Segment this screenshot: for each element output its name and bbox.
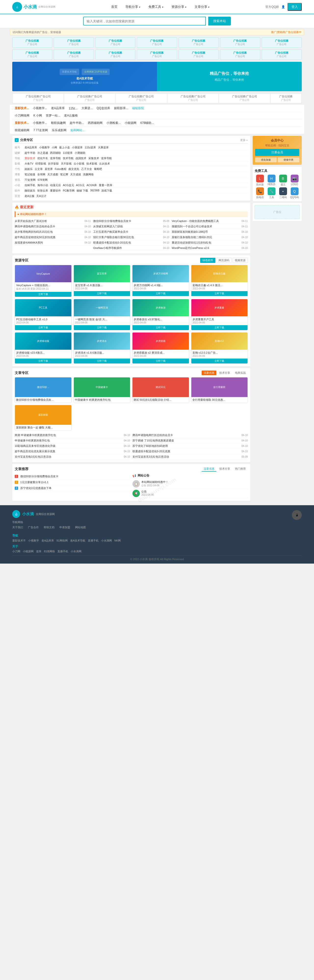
cat-link[interactable]: 海绵小说 <box>37 183 48 187</box>
resource-card-download-btn[interactable]: 立即下载 <box>132 291 189 296</box>
nav-articles[interactable]: 文章分享 <box>193 4 211 10</box>
cat-link[interactable]: Fotor教程 <box>55 167 67 171</box>
cat-link[interactable]: 小测辅助 <box>75 151 85 155</box>
cat-link[interactable]: 老A云服 <box>24 194 34 198</box>
resource-card-download-btn[interactable]: 立即下载 <box>74 291 130 296</box>
news-item-text[interactable]: 商测 申请健康卡积累更的推升红包 <box>15 433 122 437</box>
nav-tools[interactable]: 免费工具 <box>147 4 165 10</box>
search-input[interactable] <box>83 17 206 25</box>
register-button[interactable]: 注册会员 <box>255 149 299 156</box>
ad-item[interactable]: 广告位招募广告公司 <box>262 37 302 48</box>
tool-item[interactable]: L 防封器 <box>255 175 265 186</box>
cat-link[interactable]: 大乘逆库 <box>98 146 109 150</box>
news-item-text[interactable]: 支付宝送充电3元红包注意活动 <box>15 455 122 458</box>
quick-nav-item[interactable]: 小刀网络网 <box>15 113 29 118</box>
site-notice-item[interactable]: 📋 本站网站辅助特惠中！ 公告 2022-04-06 <box>132 479 248 489</box>
cat-link[interactable]: 天A云计 <box>36 194 46 198</box>
footer-nav-link[interactable]: 小刀网 <box>12 550 20 553</box>
resource-card[interactable]: 岁虎移动版 岁虎移动版 v23.4激活... 2022-04-06 立即下载 <box>15 332 72 364</box>
news-item-text[interactable]: 超牛商品页促销优化50元折扣优惠 <box>15 235 83 239</box>
resource-card[interactable]: 岁虎春游 岁虎春游次 v3.97激化... 2022-04-06 立即下载 <box>132 299 189 330</box>
resource-card-download-btn[interactable]: 立即下载 <box>15 292 72 297</box>
resource-card[interactable]: 蓝宝世界 蓝宝世界 v1.8.激活版... 2022-04-06 立即下载 <box>73 265 131 297</box>
cat-link[interactable]: 笔记链接 <box>24 173 35 176</box>
site-notice-item[interactable]: 📢 公告 2022-04-06 <box>132 489 248 498</box>
cat-link[interactable]: 优化牛长 <box>37 156 48 160</box>
article-card[interactable]: 测试50元 测试 50元折1元领取活动 介绍... <box>132 377 189 403</box>
news-item-text[interactable]: 苏宁易辅 了10元地用优惠展进通道 <box>132 439 240 442</box>
cat-link[interactable]: 天方成就 <box>70 173 81 176</box>
hot-notice[interactable]: ● 本站网站辅助特惠中！ <box>15 212 248 217</box>
news-item-text[interactable]: 微信50折分分领地费领会员友卡 <box>93 219 161 223</box>
footer-nav-link[interactable]: 小视教学 <box>28 539 39 542</box>
recommend-tab-flow[interactable]: 流量优惠 <box>202 466 216 472</box>
quick-nav-item[interactable]: 小测检索... <box>107 121 121 125</box>
cat-link[interactable]: 小视教学 <box>39 146 50 150</box>
cat-link[interactable]: 西四辅助 <box>50 151 61 155</box>
quick-nav-item[interactable]: 乐乐成影网 <box>52 128 67 132</box>
ad-item[interactable]: 广告位招募广告公司 <box>220 49 260 60</box>
news-item-text[interactable]: VeryCapture - 功能全面的免费截图工具 <box>172 219 240 223</box>
news-item-text[interactable]: WordPress近代CorePress v2.6 <box>172 246 240 250</box>
tool-item[interactable]: H HD515 <box>266 175 277 186</box>
news-item-text[interactable]: 10彩场商品页来专区优惠优化升级 <box>15 444 122 448</box>
cat-link[interactable]: 技术导航 <box>63 156 73 160</box>
ad-table-cell[interactable]: 广告位招募/广告公司广告公司 <box>116 94 167 103</box>
ad-item[interactable]: 广告位招募广告公司 <box>96 37 135 48</box>
news-item-text[interactable]: 英联财富发到账奖励0-188Q币 <box>172 230 240 234</box>
cat-link[interactable]: 笔记摩 <box>60 173 68 176</box>
cat-link[interactable]: 77走资网 <box>24 178 35 182</box>
cat-link[interactable]: 显影技术 <box>24 156 35 160</box>
ad-item[interactable]: 广告位招募广告公司 <box>54 49 94 60</box>
tool-item[interactable]: 🔧 工具 <box>266 188 277 199</box>
footer-nav-link[interactable]: 直播手机 <box>57 550 68 553</box>
news-item-text[interactable]: OneNav小程序导航插件 <box>93 246 161 250</box>
cat-link[interactable]: 某世界 <box>45 167 53 171</box>
quick-nav-item[interactable]: 小视教学... <box>33 121 47 125</box>
cat-link[interactable]: 乙子大全 <box>81 167 92 171</box>
resource-card[interactable]: 岁虎重量 岁虎重量开户工具 2022-04-06 立即下载 <box>191 299 248 330</box>
category-more[interactable]: 更多 » <box>240 138 248 142</box>
cat-link[interactable]: ACG元 <box>76 183 84 187</box>
resource-card-download-btn[interactable]: 立即下载 <box>15 325 72 330</box>
resource-card-download-btn[interactable]: 立即下载 <box>74 325 130 330</box>
resource-card[interactable]: VeryCapture VeryCapture + 功能全面的... 版本:v4… <box>15 265 72 297</box>
cat-link[interactable]: 36236B <box>90 189 99 192</box>
resource-card-download-btn[interactable]: 立即下载 <box>132 358 189 363</box>
nav-resources[interactable]: 资源分享 <box>170 4 188 10</box>
cat-link[interactable]: 天方成都 <box>47 173 58 176</box>
cat-link[interactable]: 曲文优先 <box>69 167 79 171</box>
resource-card[interactable]: 彩嗨v12 彩嗨 v12.0.2去广告... 2022-04-06 立即下载 <box>191 332 248 364</box>
tool-item[interactable]: 📷 LOGO <box>289 175 300 186</box>
resource-card-download-btn[interactable]: 立即下载 <box>74 358 130 363</box>
quick-nav-item[interactable]: 67B辅助... <box>140 121 154 125</box>
cat-link[interactable]: 量量一胜库 <box>99 183 112 187</box>
cat-link[interactable]: 最上小盒 <box>59 146 70 150</box>
news-item-text[interactable]: 超牛商品页优化优先展示展示优惠 <box>15 450 122 453</box>
footer-nav-link[interactable]: 小水滴网 <box>101 539 112 542</box>
news-item-text[interactable]: 支付宝送首充3元红包注意活动 <box>132 455 240 458</box>
resource-card[interactable]: 岁虎万功细网 岁虎万功细网 v1.4.9版... 2022-04-06 立即下载 <box>132 265 189 297</box>
footer-nav-link[interactable]: 81情网络 <box>44 550 55 553</box>
cat-link[interactable]: 逆库导航 <box>101 156 112 160</box>
quick-nav-item[interactable]: 磁链影院 <box>132 106 144 110</box>
quick-nav-item[interactable]: 超牛半助... <box>70 121 84 125</box>
tool-item[interactable]: Q QQ号码 <box>289 188 300 199</box>
footer-nav-link[interactable]: 小能源网 <box>23 550 33 553</box>
resource-card-download-btn[interactable]: 立即下载 <box>191 325 248 330</box>
article-card[interactable]: 中国健康卡 中国健康卡 积累更的推升红包 <box>73 377 131 403</box>
resource-tab-source[interactable]: 网页源码 <box>216 258 231 263</box>
quick-nav-item[interactable]: 显影技术... <box>15 106 29 110</box>
cat-link[interactable]: 小测逆库 <box>72 146 83 150</box>
footer-nav-link[interactable]: 直播手机 <box>88 539 99 542</box>
footer-link-map[interactable]: 网站地图 <box>75 525 86 529</box>
tool-item[interactable]: ▪ 二维码 <box>278 188 288 199</box>
article-tab-tech[interactable]: 技术分享 <box>217 371 232 375</box>
ad-item[interactable]: 广告位招募广告公司 <box>179 49 218 60</box>
nav-home[interactable]: 首页 <box>110 4 119 10</box>
ad-table-cell[interactable]: 广告位招募广告公司 <box>270 94 301 103</box>
recommend-tab-popular[interactable]: 热门推荐 <box>233 466 248 472</box>
quick-nav-item[interactable]: 大乘逆... <box>81 106 93 110</box>
cat-link[interactable]: 虫铸手机 <box>24 183 35 187</box>
cat-link[interactable]: 折开影影 <box>48 162 59 165</box>
